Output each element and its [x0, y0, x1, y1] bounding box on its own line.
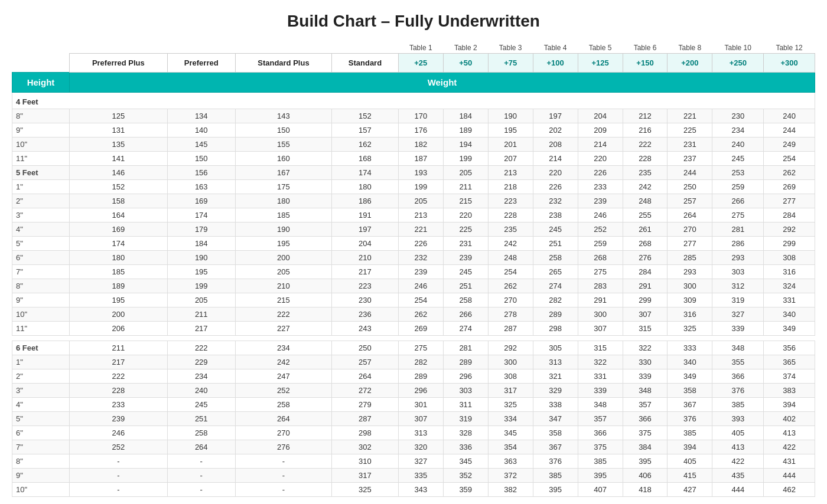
- height-cell: 11": [12, 152, 70, 166]
- build-chart-wrapper: Table 1 Table 2 Table 3 Table 4 Table 5 …: [12, 42, 815, 497]
- data-cell: 227: [235, 322, 331, 336]
- data-cell: 195: [488, 123, 533, 138]
- height-cell: 7": [12, 265, 70, 279]
- data-cell: 157: [332, 123, 399, 138]
- col-plus50: +50: [443, 54, 488, 73]
- data-cell: 237: [668, 152, 712, 166]
- data-cell: 343: [398, 483, 443, 497]
- data-cell: 268: [623, 237, 668, 251]
- data-cell: 225: [443, 222, 488, 237]
- data-cell: 265: [533, 265, 578, 279]
- data-cell: 222: [167, 341, 235, 355]
- data-cell: 187: [398, 152, 443, 166]
- data-cell: 385: [578, 454, 623, 469]
- data-cell: 284: [764, 208, 815, 222]
- hw-header-row: Height Weight: [12, 73, 815, 93]
- data-cell: 385: [533, 469, 578, 483]
- data-cell: 244: [668, 166, 712, 180]
- data-cell: 257: [332, 355, 399, 369]
- table-row: 4"16917919019722122523524525226127028129…: [12, 222, 815, 237]
- data-cell: 234: [167, 369, 235, 384]
- height-cell: 4": [12, 398, 70, 412]
- height-cell: 4": [12, 222, 70, 237]
- data-cell: 245: [712, 152, 764, 166]
- data-cell: 191: [332, 208, 399, 222]
- data-cell: 223: [332, 279, 399, 293]
- separator-row: [12, 336, 815, 341]
- data-cell: 213: [398, 208, 443, 222]
- data-cell: 268: [578, 251, 623, 265]
- data-cell: 339: [623, 369, 668, 384]
- empty-label-cells: [12, 42, 399, 54]
- data-cell: 282: [398, 355, 443, 369]
- data-cell: 210: [235, 279, 331, 293]
- data-cell: 152: [332, 109, 399, 123]
- data-cell: 211: [443, 180, 488, 194]
- data-cell: 235: [623, 166, 668, 180]
- data-cell: 291: [623, 279, 668, 293]
- data-cell: 266: [712, 194, 764, 208]
- data-cell: 325: [488, 398, 533, 412]
- data-cell: 197: [533, 109, 578, 123]
- height-cell: 6 Feet: [12, 341, 70, 355]
- empty-col-header: [12, 54, 70, 73]
- data-cell: 199: [398, 180, 443, 194]
- data-cell: -: [167, 454, 235, 469]
- data-cell: 218: [488, 180, 533, 194]
- data-cell: 277: [668, 237, 712, 251]
- data-cell: 299: [623, 293, 668, 307]
- data-cell: 365: [764, 355, 815, 369]
- height-cell: 2": [12, 194, 70, 208]
- data-cell: 315: [578, 341, 623, 355]
- data-cell: 348: [712, 341, 764, 355]
- data-cell: 262: [398, 307, 443, 322]
- data-cell: 236: [332, 307, 399, 322]
- data-cell: 325: [332, 483, 399, 497]
- data-cell: 217: [167, 322, 235, 336]
- data-cell: 300: [668, 279, 712, 293]
- data-cell: 246: [398, 279, 443, 293]
- data-cell: 259: [712, 180, 764, 194]
- table-row: 7"18519520521723924525426527528429330331…: [12, 265, 815, 279]
- data-cell: 422: [764, 440, 815, 454]
- data-cell: 158: [70, 194, 168, 208]
- data-cell: 339: [712, 322, 764, 336]
- data-cell: 176: [398, 123, 443, 138]
- data-cell: 164: [70, 208, 168, 222]
- data-cell: 214: [533, 152, 578, 166]
- data-cell: 169: [70, 222, 168, 237]
- data-cell: 298: [533, 322, 578, 336]
- height-cell: 8": [12, 454, 70, 469]
- data-cell: 327: [398, 454, 443, 469]
- data-cell: 240: [712, 138, 764, 152]
- col-header-row: Preferred Plus Preferred Standard Plus S…: [12, 54, 815, 73]
- data-cell: -: [167, 469, 235, 483]
- data-cell: 222: [235, 307, 331, 322]
- data-cell: -: [235, 454, 331, 469]
- data-cell: 211: [70, 341, 168, 355]
- data-cell: 281: [443, 341, 488, 355]
- data-cell: 189: [443, 123, 488, 138]
- data-cell: 221: [398, 222, 443, 237]
- data-cell: 319: [443, 412, 488, 426]
- height-cell: 10": [12, 307, 70, 322]
- build-chart-table: Table 1 Table 2 Table 3 Table 4 Table 5 …: [12, 42, 815, 497]
- height-label: Height: [12, 73, 70, 93]
- data-cell: 289: [533, 307, 578, 322]
- section-label: 4 Feet: [12, 93, 815, 109]
- data-cell: 212: [623, 109, 668, 123]
- data-cell: 231: [443, 237, 488, 251]
- table-row: 9"---317335352372385395406415435444: [12, 469, 815, 483]
- data-cell: 264: [332, 369, 399, 384]
- data-cell: 174: [332, 166, 399, 180]
- data-cell: 287: [488, 322, 533, 336]
- data-cell: 358: [533, 426, 578, 440]
- data-cell: 180: [332, 180, 399, 194]
- data-cell: 356: [764, 341, 815, 355]
- data-cell: 275: [578, 265, 623, 279]
- data-cell: 348: [578, 398, 623, 412]
- data-cell: 296: [398, 384, 443, 398]
- data-cell: 150: [167, 152, 235, 166]
- data-cell: 233: [70, 398, 168, 412]
- table-row: 5"17418419520422623124225125926827728629…: [12, 237, 815, 251]
